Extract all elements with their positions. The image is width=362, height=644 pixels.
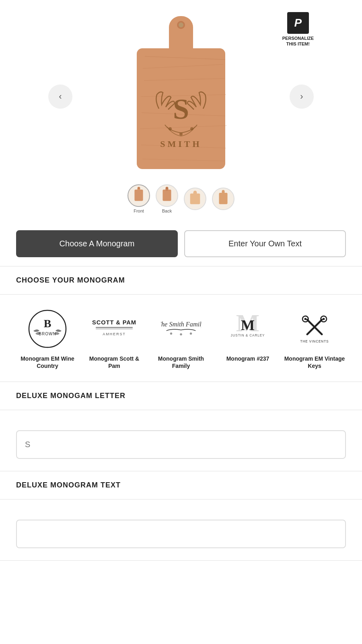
thumb-item-4[interactable] [212,188,234,210]
monogram-grid-section: B BROWN Monogram EM Wine Country SCOTT &… [0,295,362,382]
svg-text:M: M [241,317,255,333]
monogram-label-5: Monogram EM Vintage Keys [283,355,346,369]
svg-point-38 [190,332,192,334]
monogram-letter-input[interactable] [16,430,346,459]
monogram-label-4: Monogram #237 [226,355,269,362]
svg-text:SCOTT & PAM: SCOTT & PAM [92,319,136,326]
letter-input-section [0,410,362,471]
svg-point-37 [180,333,182,335]
monogram-label-2: Monogram Scott & Pam [83,355,146,369]
monogram-text-input[interactable] [16,520,346,548]
svg-text:B: B [44,317,51,330]
enter-text-tab[interactable]: Enter Your Own Text [184,230,346,257]
svg-rect-25 [193,191,197,196]
personalize-badge: P PERSONALIZETHIS ITEM! [282,12,314,47]
svg-point-46 [304,318,306,320]
thumbnail-strip: Front Back [128,184,234,213]
svg-text:AMHERST: AMHERST [103,332,126,336]
monogram-img-1: B BROWN [25,307,70,351]
product-image-wrapper: ‹ [80,16,282,177]
monogram-item-4[interactable]: M M JUSTIN & CARLEY Monogram #237 [216,307,279,362]
thumb-back-label: Back [162,208,172,213]
personalize-letter: P [294,17,302,29]
letter-section-title: DELUXE MONOGAM LETTER [16,392,346,400]
svg-rect-26 [219,193,227,204]
svg-rect-27 [222,190,224,194]
text-input-section [0,500,362,561]
monogram-title: CHOOSE YOUR MONOGRAM [16,276,346,285]
monogram-section-header: CHOOSE YOUR MONOGRAM [0,266,362,295]
prev-arrow-button[interactable]: ‹ [48,85,72,109]
monogram-label-1: Monogram EM Wine Country [16,355,79,369]
svg-text:JUSTIN & CARLEY: JUSTIN & CARLEY [231,334,265,337]
monogram-item-5[interactable]: THE VINCENTS Monogram EM Vintage Keys [283,307,346,369]
text-section-header: DELUXE MONOGRAM TEXT [0,471,362,500]
svg-text:THE VINCENTS: THE VINCENTS [300,340,329,343]
personalize-text: PERSONALIZETHIS ITEM! [282,35,314,47]
personalize-icon: P [287,12,309,34]
svg-point-14 [179,132,183,136]
svg-point-13 [169,127,172,130]
svg-text:S: S [173,93,189,125]
product-section: P PERSONALIZETHIS ITEM! ‹ [0,0,362,221]
thumb-item-2[interactable]: Back [156,184,178,213]
letter-section-header: DELUXE MONOGAM LETTER [0,382,362,410]
monogram-img-4: M M JUSTIN & CARLEY [226,307,270,351]
monogram-item-1[interactable]: B BROWN Monogram EM Wine Country [16,307,79,369]
svg-text:SMITH: SMITH [160,139,202,149]
svg-rect-18 [134,190,143,201]
next-arrow-button[interactable]: › [290,85,314,109]
cutting-board-image: S SMITH [117,16,245,177]
thumb-4[interactable] [212,188,234,210]
choose-monogram-tab[interactable]: Choose A Monogram [16,230,178,257]
monogram-item-3[interactable]: The Smith Family Monogram Smith Family [150,307,212,369]
svg-point-23 [166,187,168,189]
monogram-img-3: The Smith Family [159,307,203,351]
svg-point-3 [179,23,183,27]
thumb-front-label: Front [134,208,144,213]
thumb-3[interactable] [184,188,206,210]
monogram-img-2: SCOTT & PAM AMHERST [92,307,136,351]
text-section-title: DELUXE MONOGRAM TEXT [16,481,346,489]
svg-text:BROWN: BROWN [39,332,56,336]
monogram-grid: B BROWN Monogram EM Wine Country SCOTT &… [16,307,346,369]
monogram-label-3: Monogram Smith Family [150,355,212,369]
thumb-item-1[interactable]: Front [128,184,150,213]
svg-rect-21 [162,190,171,201]
monogram-item-2[interactable]: SCOTT & PAM AMHERST Monogram Scott & Pam [83,307,146,369]
thumb-back[interactable] [156,184,178,207]
thumb-front[interactable] [128,184,150,207]
svg-point-15 [190,127,193,130]
monogram-img-5: THE VINCENTS [292,307,337,351]
svg-text:The Smith Family: The Smith Family [161,320,201,328]
tab-section: Choose A Monogram Enter Your Own Text [0,221,362,266]
thumb-item-3[interactable] [184,188,206,210]
svg-point-20 [138,187,140,189]
svg-point-36 [170,332,172,334]
svg-point-47 [323,318,325,320]
